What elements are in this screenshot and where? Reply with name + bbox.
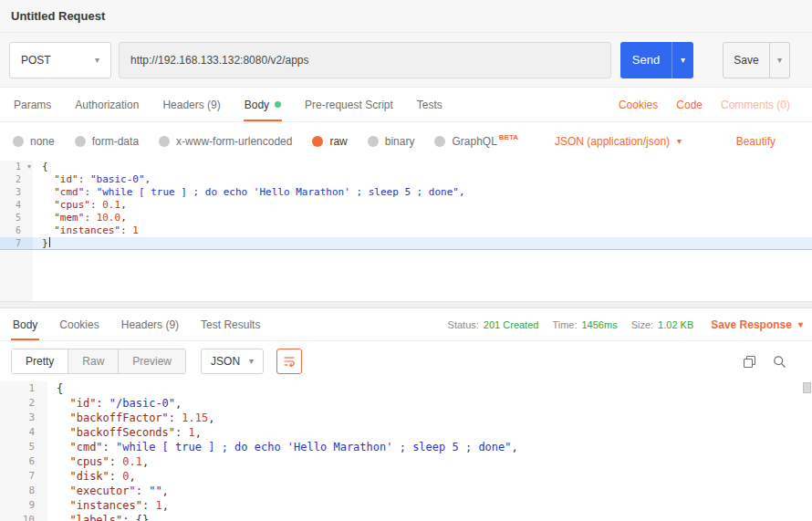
line-number: 3 xyxy=(0,186,33,199)
line-number: 2 xyxy=(0,173,33,186)
comments-link[interactable]: Comments (0) xyxy=(721,99,790,111)
code-line-3[interactable]: 3 "backoffFactor": 1.15, xyxy=(0,411,812,425)
postman-app: Untitled Request POST Send Save Params A… xyxy=(0,0,812,521)
code-line-5[interactable]: 5 "mem": 10.0, xyxy=(0,212,812,224)
radio-selected-icon xyxy=(312,136,323,147)
send-options-button[interactable] xyxy=(671,42,693,78)
tab-label: Body xyxy=(245,99,269,111)
code-line-7[interactable]: 7} xyxy=(0,237,812,250)
status-badge: 201 Created xyxy=(484,319,539,330)
wrap-lines-button[interactable] xyxy=(276,349,302,374)
code-text: "backoffFactor": 1.15, xyxy=(47,411,812,425)
save-response-label: Save Response xyxy=(711,318,792,331)
line-number: 7 xyxy=(0,469,47,484)
view-preview-button[interactable]: Preview xyxy=(119,349,185,373)
cookies-link[interactable]: Cookies xyxy=(619,99,658,111)
code-line-7[interactable]: 7 "disk": 0, xyxy=(0,469,812,484)
body-type-x-www-form-urlencoded[interactable]: x-www-form-urlencoded xyxy=(159,135,292,148)
view-mode-group: Pretty Raw Preview xyxy=(11,349,186,374)
body-type-graphql[interactable]: GraphQLBETA xyxy=(434,135,518,148)
code-line-6[interactable]: 6 "instances": 1 xyxy=(0,224,812,237)
code-text: "labels": {}, xyxy=(47,513,812,521)
code-line-1[interactable]: 1{ xyxy=(0,161,812,173)
code-text: } xyxy=(33,237,812,250)
content-type-label: JSON (application/json) xyxy=(555,135,670,148)
response-tab-cookies[interactable]: Cookies xyxy=(48,308,109,340)
radio-label: form-data xyxy=(92,135,139,148)
response-tab-test-results[interactable]: Test Results xyxy=(190,308,271,340)
code-text: "instances": 1, xyxy=(47,498,812,513)
request-body-editor[interactable]: 1{2 "id": "basic-0",3 "cmd": "while [ tr… xyxy=(0,161,812,301)
beautify-link[interactable]: Beautify xyxy=(736,135,776,148)
code-link[interactable]: Code xyxy=(676,99,703,111)
size-value: 1.02 KB xyxy=(658,319,693,330)
scrollbar[interactable] xyxy=(802,381,812,521)
request-tabs-right: Cookies Code Comments (0) xyxy=(619,88,790,121)
code-text: { xyxy=(47,381,812,396)
save-options-button[interactable] xyxy=(770,42,790,78)
save-button[interactable]: Save xyxy=(723,42,770,78)
code-line-9[interactable]: 9 "instances": 1, xyxy=(0,498,812,513)
response-header: Body Cookies Headers (9) Test Results St… xyxy=(0,308,812,341)
line-number: 7 xyxy=(0,237,33,250)
code-text: "id": "basic-0", xyxy=(33,173,812,186)
wrap-text-icon xyxy=(283,355,296,368)
code-line-2[interactable]: 2 "id": "basic-0", xyxy=(0,173,812,186)
response-meta: Status: 201 Created Time: 1456ms Size: 1… xyxy=(448,308,803,340)
code-line-4[interactable]: 4 "cpus": 0.1, xyxy=(0,199,812,212)
view-pretty-button[interactable]: Pretty xyxy=(12,349,68,373)
code-line-8[interactable]: 8 "executor": "", xyxy=(0,484,812,498)
body-type-form-data[interactable]: form-data xyxy=(75,135,139,148)
line-number: 3 xyxy=(0,411,47,425)
code-line-10[interactable]: 10 "labels": {}, xyxy=(0,513,812,521)
tab-authorization[interactable]: Authorization xyxy=(63,88,151,121)
code-line-6[interactable]: 6 "cpus": 0.1, xyxy=(0,454,812,469)
tab-body[interactable]: Body xyxy=(233,88,293,121)
response-tab-headers[interactable]: Headers (9) xyxy=(110,308,190,340)
view-raw-button[interactable]: Raw xyxy=(68,349,119,373)
tab-headers[interactable]: Headers (9) xyxy=(151,88,232,121)
content-type-select[interactable]: JSON (application/json) xyxy=(555,135,682,148)
line-number: 1 xyxy=(0,381,47,396)
body-type-binary[interactable]: binary xyxy=(368,135,415,148)
code-line-5[interactable]: 5 "cmd": "while [ true ] ; do echo 'Hell… xyxy=(0,440,812,454)
save-response-button[interactable]: Save Response xyxy=(711,318,803,331)
chevron-down-icon xyxy=(249,357,254,366)
tab-pre-request-script[interactable]: Pre-request Script xyxy=(293,88,405,121)
method-label: POST xyxy=(21,54,51,67)
search-response-button[interactable] xyxy=(773,355,786,369)
radio-icon xyxy=(434,136,445,147)
beta-badge: BETA xyxy=(499,133,518,141)
response-format-select[interactable]: JSON xyxy=(201,349,264,374)
code-line-1[interactable]: 1{ xyxy=(0,381,812,396)
line-number: 4 xyxy=(0,199,33,212)
radio-label: binary xyxy=(385,135,415,148)
scrollbar-thumb[interactable] xyxy=(803,382,811,393)
fold-caret-icon[interactable] xyxy=(27,161,31,173)
size-label: Size: xyxy=(631,319,653,330)
body-type-raw[interactable]: raw xyxy=(312,135,347,148)
line-number: 10 xyxy=(0,513,47,521)
time-label: Time: xyxy=(552,319,577,330)
copy-response-button[interactable] xyxy=(743,355,756,369)
radio-label: raw xyxy=(329,135,347,148)
code-line-4[interactable]: 4 "backoffSeconds": 1, xyxy=(0,425,812,440)
method-select[interactable]: POST xyxy=(9,42,111,78)
body-content-dot-icon xyxy=(275,101,281,108)
pane-splitter[interactable] xyxy=(0,301,812,308)
code-line-3[interactable]: 3 "cmd": "while [ true ] ; do echo 'Hell… xyxy=(0,186,812,199)
send-button[interactable]: Send xyxy=(620,42,671,78)
tab-params[interactable]: Params xyxy=(2,88,63,121)
code-text: "executor": "", xyxy=(47,484,812,498)
code-line-2[interactable]: 2 "id": "/basic-0", xyxy=(0,396,812,411)
line-number: 5 xyxy=(0,440,47,454)
radio-icon xyxy=(75,136,86,147)
tab-label: Authorization xyxy=(75,99,139,111)
body-type-none[interactable]: none xyxy=(13,135,55,148)
tab-tests[interactable]: Tests xyxy=(405,88,454,121)
response-toolbar: Pretty Raw Preview JSON xyxy=(0,341,812,381)
chevron-down-icon xyxy=(677,137,682,146)
response-body-editor[interactable]: 1{2 "id": "/basic-0",3 "backoffFactor": … xyxy=(0,381,812,521)
response-tab-body[interactable]: Body xyxy=(2,308,48,340)
url-input[interactable] xyxy=(119,42,611,78)
